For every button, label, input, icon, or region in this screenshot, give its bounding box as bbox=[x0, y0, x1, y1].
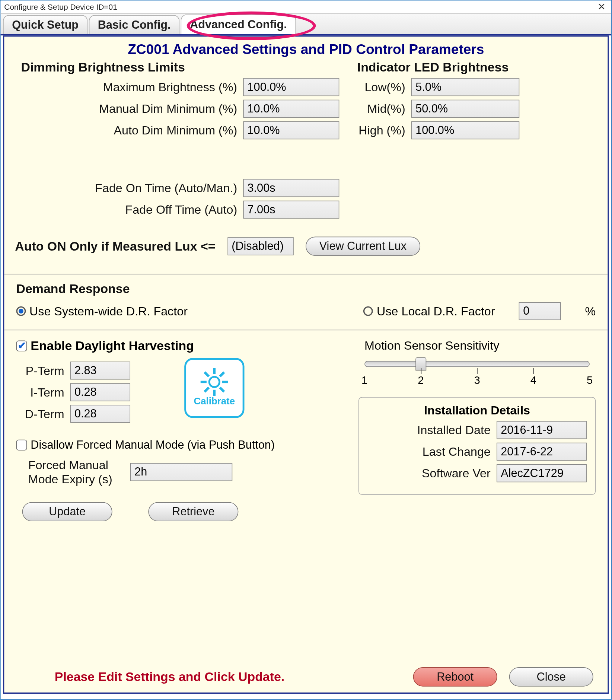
label-system-dr: Use System-wide D.R. Factor bbox=[29, 304, 188, 318]
checkbox-enable-daylight[interactable]: Enable Daylight Harvesting bbox=[16, 339, 335, 353]
slider-tick-3: 3 bbox=[474, 374, 480, 387]
calibrate-button[interactable]: Calibrate bbox=[184, 358, 244, 418]
label-software-ver: Software Ver bbox=[367, 466, 497, 480]
checkbox-icon bbox=[16, 440, 27, 451]
update-button[interactable]: Update bbox=[22, 502, 112, 521]
checkbox-disallow-forced[interactable]: Disallow Forced Manual Mode (via Push Bu… bbox=[16, 438, 335, 451]
input-manual-min[interactable] bbox=[243, 100, 339, 118]
reboot-button[interactable]: Reboot bbox=[413, 667, 497, 687]
radio-dot-icon bbox=[364, 306, 373, 316]
tab-quick-setup[interactable]: Quick Setup bbox=[3, 15, 87, 34]
label-installed-date: Installed Date bbox=[367, 423, 497, 437]
tab-basic-config[interactable]: Basic Config. bbox=[89, 15, 179, 34]
retrieve-button[interactable]: Retrieve bbox=[148, 502, 238, 521]
heading-indicator: Indicator LED Brightness bbox=[357, 60, 597, 74]
window-title: Configure & Setup Device ID=01 bbox=[4, 2, 117, 11]
input-fade-on[interactable] bbox=[243, 179, 339, 197]
label-local-dr: Use Local D.R. Factor bbox=[377, 304, 495, 318]
label-max-brightness: Maximum Brightness (%) bbox=[15, 80, 243, 94]
groupbox-installation: Installation Details Installed Date Last… bbox=[358, 397, 596, 495]
input-forced-expiry[interactable] bbox=[130, 463, 232, 481]
input-led-low[interactable] bbox=[411, 78, 519, 96]
input-led-high[interactable] bbox=[411, 121, 519, 139]
label-led-low: Low(%) bbox=[357, 80, 411, 94]
input-auto-min[interactable] bbox=[243, 121, 339, 139]
input-fade-off[interactable] bbox=[243, 201, 339, 219]
sun-icon bbox=[202, 369, 227, 395]
slider-tick-1: 1 bbox=[361, 374, 367, 387]
slider-tick-2: 2 bbox=[418, 374, 424, 387]
heading-demand-response: Demand Response bbox=[16, 281, 596, 296]
label-i-term: I-Term bbox=[16, 385, 70, 399]
label-disallow-forced: Disallow Forced Manual Mode (via Push Bu… bbox=[31, 438, 275, 451]
view-current-lux-button[interactable]: View Current Lux bbox=[306, 237, 421, 256]
label-auto-on-lux: Auto ON Only if Measured Lux <= bbox=[15, 239, 215, 254]
radio-local-dr[interactable]: Use Local D.R. Factor bbox=[364, 304, 495, 318]
slider-tick-4: 4 bbox=[530, 374, 536, 387]
radio-system-dr[interactable]: Use System-wide D.R. Factor bbox=[16, 304, 188, 318]
input-max-brightness[interactable] bbox=[243, 78, 339, 96]
input-auto-on-lux[interactable] bbox=[227, 237, 293, 255]
label-led-high: High (%) bbox=[357, 123, 411, 137]
input-p-term[interactable] bbox=[70, 362, 130, 379]
label-p-term: P-Term bbox=[16, 364, 70, 378]
label-percent: % bbox=[585, 304, 596, 318]
close-button[interactable]: Close bbox=[509, 667, 593, 687]
heading-motion-sensitivity: Motion Sensor Sensitivity bbox=[364, 339, 596, 353]
motion-slider[interactable]: 1 2 3 4 5 bbox=[364, 361, 590, 367]
panel-title: ZC001 Advanced Settings and PID Control … bbox=[4, 36, 608, 60]
calibrate-label: Calibrate bbox=[194, 396, 235, 407]
label-enable-daylight: Enable Daylight Harvesting bbox=[31, 339, 194, 353]
slider-tick-5: 5 bbox=[587, 374, 593, 387]
label-d-term: D-Term bbox=[16, 407, 70, 421]
checkbox-icon bbox=[16, 341, 27, 351]
close-icon[interactable]: ✕ bbox=[595, 1, 608, 13]
input-led-mid[interactable] bbox=[411, 100, 519, 118]
tab-advanced-config[interactable]: Advanced Config. bbox=[181, 15, 296, 34]
label-auto-min: Auto Dim Minimum (%) bbox=[15, 123, 243, 137]
footer-message: Please Edit Settings and Click Update. bbox=[55, 669, 284, 684]
label-manual-min: Manual Dim Minimum (%) bbox=[15, 102, 243, 115]
label-last-change: Last Change bbox=[367, 445, 497, 458]
input-last-change[interactable] bbox=[497, 443, 587, 461]
input-installed-date[interactable] bbox=[497, 421, 587, 439]
heading-dimming: Dimming Brightness Limits bbox=[21, 60, 339, 74]
input-d-term[interactable] bbox=[70, 405, 130, 423]
radio-dot-icon bbox=[16, 306, 26, 316]
heading-installation: Installation Details bbox=[367, 404, 587, 417]
input-local-dr[interactable] bbox=[519, 302, 561, 320]
label-led-mid: Mid(%) bbox=[357, 102, 411, 115]
label-fade-on: Fade On Time (Auto/Man.) bbox=[15, 181, 243, 195]
label-forced-expiry: Forced Manual Mode Expiry (s) bbox=[28, 458, 130, 486]
input-software-ver[interactable] bbox=[497, 464, 587, 482]
label-fade-off: Fade Off Time (Auto) bbox=[15, 203, 243, 216]
input-i-term[interactable] bbox=[70, 383, 130, 401]
